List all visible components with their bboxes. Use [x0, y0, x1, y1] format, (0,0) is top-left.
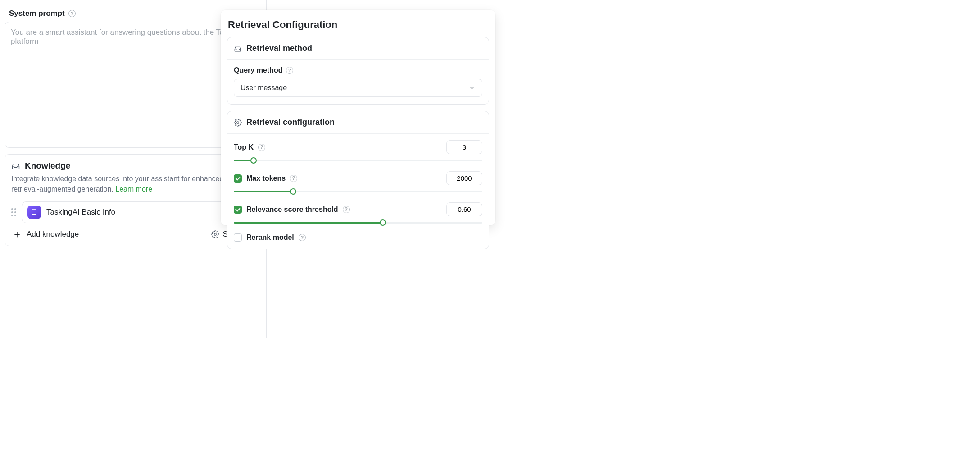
system-prompt-card: [5, 22, 258, 148]
drag-handle-icon[interactable]: [11, 208, 16, 216]
gear-icon: [211, 230, 219, 238]
rerank-checkbox[interactable]: [234, 233, 242, 242]
relevance-row: Relevance score threshold ?: [234, 202, 482, 225]
query-method-select[interactable]: User message: [234, 79, 482, 97]
help-icon[interactable]: ?: [68, 10, 76, 17]
max-tokens-row: Max tokens ?: [234, 171, 482, 194]
knowledge-card: Knowledge Integrate knowledge data sourc…: [5, 154, 258, 246]
system-prompt-input[interactable]: [5, 23, 257, 145]
knowledge-item-row: TaskingAI Basic Info: [11, 201, 251, 223]
chevron-down-icon: [468, 84, 476, 91]
learn-more-link[interactable]: Learn more: [115, 185, 152, 193]
top-k-label: Top K: [234, 143, 254, 151]
relevance-slider[interactable]: [234, 220, 482, 225]
knowledge-title: Knowledge: [25, 161, 70, 171]
system-prompt-label: System prompt: [9, 9, 65, 18]
relevance-label: Relevance score threshold: [246, 206, 338, 214]
rerank-row: Rerank model ?: [234, 233, 482, 242]
gear-icon: [234, 119, 242, 127]
top-k-slider[interactable]: [234, 158, 482, 163]
knowledge-description: Integrate knowledge data sources into yo…: [11, 174, 251, 194]
svg-point-1: [237, 121, 239, 123]
retrieval-config-title: Retrieval configuration: [246, 118, 335, 127]
knowledge-item-label: TaskingAI Basic Info: [46, 208, 115, 217]
max-tokens-checkbox[interactable]: [234, 174, 242, 183]
retrieval-config-card: Retrieval configuration Top K ?: [227, 111, 489, 249]
knowledge-chip[interactable]: TaskingAI Basic Info: [22, 201, 251, 223]
max-tokens-input[interactable]: [446, 171, 482, 185]
top-k-input[interactable]: [446, 140, 482, 154]
plus-icon: ＋: [12, 229, 22, 239]
help-icon[interactable]: ?: [258, 144, 265, 151]
relevance-input[interactable]: [446, 202, 482, 216]
add-knowledge-label: Add knowledge: [27, 230, 79, 239]
help-icon[interactable]: ?: [286, 67, 293, 74]
book-icon: [27, 206, 41, 219]
help-icon[interactable]: ?: [290, 175, 297, 182]
inbox-icon: [234, 45, 242, 53]
inbox-icon: [11, 161, 20, 170]
relevance-checkbox[interactable]: [234, 206, 242, 214]
retrieval-method-title: Retrieval method: [246, 44, 312, 53]
max-tokens-label: Max tokens: [246, 174, 286, 183]
help-icon[interactable]: ?: [343, 206, 350, 213]
retrieval-method-card: Retrieval method Query method ? User mes…: [227, 37, 489, 105]
top-k-row: Top K ?: [234, 140, 482, 163]
rerank-label: Rerank model: [246, 233, 294, 242]
panel-title: Retrieval Configuration: [228, 19, 488, 31]
query-method-label: Query method: [234, 66, 282, 74]
add-knowledge-button[interactable]: ＋ Add knowledge: [12, 229, 79, 239]
query-method-value: User message: [240, 84, 287, 92]
help-icon[interactable]: ?: [299, 234, 306, 241]
svg-point-0: [214, 233, 216, 236]
max-tokens-slider[interactable]: [234, 189, 482, 194]
retrieval-config-panel: Retrieval Configuration Retrieval method…: [221, 10, 495, 225]
